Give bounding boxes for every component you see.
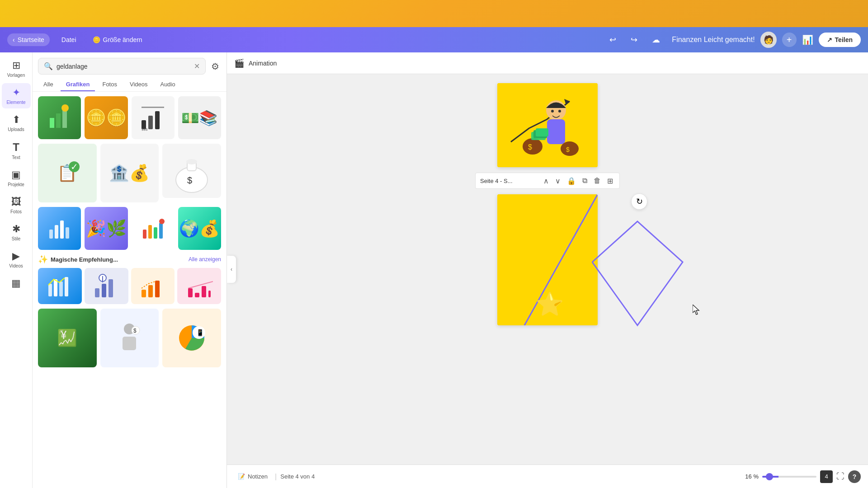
svg-text:⭐: ⭐ bbox=[536, 291, 564, 318]
filter-button[interactable]: ⚙ bbox=[209, 59, 221, 74]
slide-bottom[interactable]: ⭐ bbox=[497, 194, 598, 325]
page-down-button[interactable]: ∨ bbox=[553, 176, 562, 186]
svg-rect-33 bbox=[155, 281, 160, 297]
size-change-button[interactable]: 🪙 Größe ändern bbox=[88, 33, 147, 46]
thumb-pie[interactable]: 📱 bbox=[162, 309, 221, 367]
zoom-slider[interactable] bbox=[762, 476, 816, 478]
sidebar-item-projekte[interactable]: ▣ Projekte bbox=[2, 165, 31, 191]
thumb-blue-bars[interactable] bbox=[38, 207, 81, 250]
svg-rect-13 bbox=[49, 230, 53, 239]
svg-text:$: $ bbox=[133, 328, 137, 334]
tab-grafiken[interactable]: Grafiken bbox=[61, 78, 95, 91]
zoom-slider-container bbox=[762, 476, 816, 478]
filter-tabs: Alle Grafiken Fotos Videos Audio bbox=[33, 78, 226, 92]
svg-rect-17 bbox=[143, 230, 146, 239]
text-icon: T bbox=[13, 141, 19, 154]
fotos-icon: 🖼 bbox=[11, 196, 21, 208]
notizen-button[interactable]: 📝 Notizen bbox=[234, 471, 271, 482]
back-button[interactable]: ‹ Startseite bbox=[7, 33, 50, 46]
thumb-invest[interactable]: 💹 bbox=[38, 309, 97, 367]
sidebar-label-vorlagen: Vorlagen bbox=[7, 73, 25, 78]
sidebar-label-elemente: Elemente bbox=[6, 100, 25, 105]
page-add-button[interactable]: ⊞ bbox=[605, 176, 615, 186]
svg-rect-23 bbox=[54, 279, 57, 296]
svg-rect-36 bbox=[202, 286, 206, 297]
sidebar-item-videos[interactable]: ▶ Videos bbox=[2, 247, 31, 272]
undo-icon: ↩ bbox=[609, 35, 616, 45]
rotate-button[interactable]: ↻ bbox=[631, 193, 647, 210]
file-button[interactable]: Datei bbox=[57, 33, 81, 46]
share-label: Teilen bbox=[835, 36, 853, 43]
add-icon: + bbox=[787, 35, 792, 45]
page-num: 4 bbox=[825, 473, 828, 480]
thumb-money-notes[interactable]: 💵📚 bbox=[178, 96, 221, 139]
rec-thumb-2[interactable] bbox=[85, 268, 128, 304]
sidebar-item-uploads[interactable]: ⬆ Uploads bbox=[2, 110, 31, 136]
add-user-button[interactable]: + bbox=[782, 33, 797, 47]
page-delete-button[interactable]: 🗑 bbox=[592, 176, 603, 186]
thumb-green-charts[interactable] bbox=[38, 96, 81, 139]
panel-content: 🪙🪙 $$$ 💵📚 📋✓ bbox=[33, 92, 226, 488]
page-copy-button[interactable]: ⧉ bbox=[580, 176, 589, 186]
page-info: Seite 4 von 4 bbox=[280, 473, 315, 480]
svg-rect-24 bbox=[59, 282, 63, 296]
tab-alle[interactable]: Alle bbox=[38, 78, 59, 91]
svg-rect-1 bbox=[56, 113, 61, 128]
rec-thumb-4[interactable] bbox=[177, 268, 221, 304]
sidebar-item-stile[interactable]: ✱ Stile bbox=[2, 220, 31, 245]
animation-bar: 🎬 Animation bbox=[227, 52, 868, 74]
svg-rect-6 bbox=[155, 111, 160, 129]
svg-text:$: $ bbox=[187, 175, 192, 185]
toolbar-right: Finanzen Leicht gemacht! 🧑 + 📊 ↗ Teilen bbox=[672, 32, 861, 48]
sidebar-item-vorlagen[interactable]: ⊞ Vorlagen bbox=[2, 56, 31, 81]
save-cloud-button[interactable]: ☁ bbox=[647, 32, 665, 47]
page-lock-button[interactable]: 🔒 bbox=[565, 176, 578, 186]
sidebar-item-text[interactable]: T Text bbox=[2, 137, 31, 164]
share-icon: ↗ bbox=[827, 36, 832, 43]
clear-search-button[interactable]: ✕ bbox=[194, 62, 200, 70]
thumb-colored-bars[interactable] bbox=[132, 207, 175, 250]
stats-button[interactable]: 📊 bbox=[802, 34, 813, 45]
notizen-icon: 📝 bbox=[238, 473, 245, 480]
tab-videos[interactable]: Videos bbox=[124, 78, 153, 91]
help-button[interactable]: ? bbox=[848, 470, 861, 483]
redo-button[interactable]: ↪ bbox=[626, 32, 642, 47]
thumb-coins[interactable]: 🪙🪙 bbox=[85, 96, 127, 139]
slide-container: $ $ Seite 4 - S... ∧ ∨ 🔒 bbox=[475, 83, 620, 325]
svg-rect-26 bbox=[95, 288, 99, 297]
hide-panel-button[interactable]: ‹ bbox=[227, 256, 236, 283]
fullscreen-button[interactable]: ⛶ bbox=[836, 472, 844, 481]
thumb-globe-money[interactable]: 🌍💰 bbox=[178, 207, 221, 250]
rec-thumb-3[interactable] bbox=[131, 268, 175, 304]
thumb-black-charts[interactable]: $$$ bbox=[132, 96, 175, 139]
svg-rect-31 bbox=[142, 290, 146, 297]
sidebar-item-fotos[interactable]: 🖼 Fotos bbox=[2, 192, 31, 218]
thumb-person[interactable]: $ bbox=[100, 309, 159, 367]
sidebar-item-elemente[interactable]: ✦ Elemente bbox=[2, 83, 31, 108]
rec-thumb-1[interactable] bbox=[38, 268, 82, 304]
show-all-link[interactable]: Alle anzeigen bbox=[189, 256, 221, 263]
sidebar-label-videos: Videos bbox=[9, 263, 23, 268]
thumb-clipboard[interactable]: 📋✓ bbox=[38, 144, 97, 202]
tab-audio[interactable]: Audio bbox=[155, 78, 180, 91]
thumb-row-2: 📋✓ 🏦💰 $ bbox=[38, 144, 221, 202]
bottom-toolbar: 📝 Notizen | Seite 4 von 4 16 % 4 ⛶ ? bbox=[227, 465, 868, 488]
toolbar: ‹ Startseite Datei 🪙 Größe ändern ↩ ↪ ☁ … bbox=[0, 27, 868, 52]
search-input[interactable] bbox=[57, 63, 190, 70]
thumb-big-moneybag[interactable]: $ bbox=[162, 144, 221, 198]
canvas-area: 🎬 Animation ‹ bbox=[227, 52, 868, 488]
svg-rect-15 bbox=[60, 221, 64, 239]
svg-rect-28 bbox=[108, 279, 113, 297]
slide-top[interactable]: $ $ bbox=[497, 83, 598, 167]
thumb-party[interactable]: 🎉🌿 bbox=[85, 207, 127, 250]
svg-point-52 bbox=[523, 138, 542, 155]
svg-rect-16 bbox=[66, 227, 69, 239]
slide-bottom-wrapper: ↻ ⭐ bbox=[497, 194, 598, 325]
share-button[interactable]: ↗ Teilen bbox=[819, 33, 861, 47]
help-icon: ? bbox=[853, 473, 857, 480]
sidebar-item-patterns[interactable]: ▦ bbox=[2, 274, 31, 293]
page-up-button[interactable]: ∧ bbox=[542, 176, 551, 186]
thumb-business-globe[interactable]: 🏦💰 bbox=[100, 144, 159, 202]
tab-fotos[interactable]: Fotos bbox=[97, 78, 123, 91]
undo-button[interactable]: ↩ bbox=[605, 32, 621, 47]
